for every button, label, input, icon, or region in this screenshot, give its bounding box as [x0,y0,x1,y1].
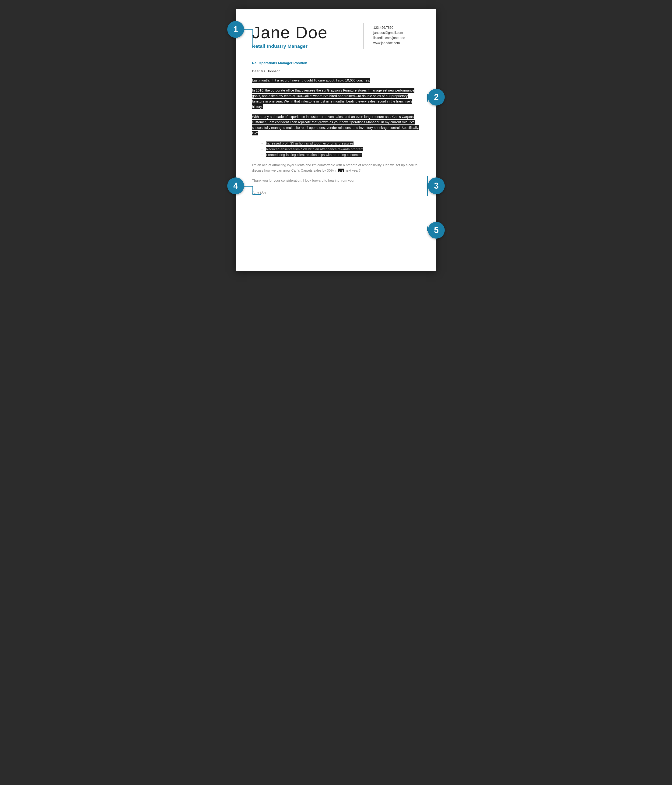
bullet-3-text: Formed long-lasting client relationships… [266,153,362,157]
bullet-1-text: Increased profit $5 million amid tough e… [266,141,354,145]
email: janedoc@gmail.com [373,31,420,34]
bullet-item-1: Increased profit $5 million amid tough e… [261,141,420,146]
annotation-circle-2: 2 [428,89,445,106]
paragraph-1-highlighted: Last month, I hit a record I never thoug… [252,78,370,83]
paragraph-2-highlighted: In 2016, the corporate office that overs… [252,88,415,109]
contact-info: 123.456.7890 janedoc@gmail.com linkedin.… [373,23,420,45]
annotation-4-bracket-v [253,186,253,194]
paragraph-4: I'm an ace at attracting loyal clients a… [252,163,420,173]
applicant-name: Jane Doe [252,23,354,42]
letter-body: Re: Operations Manager Position Dear Ms.… [252,61,420,194]
paragraph-1: Last month, I hit a record I never thoug… [252,78,420,83]
word-highlight: the [338,169,344,172]
resume-document: Jane Doe Retail Industry Manager 123.456… [235,9,437,271]
document-header: Jane Doe Retail Industry Manager 123.456… [252,23,420,49]
annotation-1-line [244,30,253,30]
signature: Jane Doe [252,190,420,194]
thank-you: Thank you for your consideration. I look… [252,178,420,183]
paragraph-3: With nearly a decade of experience in cu… [252,114,420,136]
website: www.janedoe.com [373,41,420,45]
paragraph-3-highlighted: With nearly a decade of experience in cu… [252,114,419,135]
salutation: Dear Ms. Johnson, [252,69,420,73]
annotation-4-bracket-h [253,194,261,195]
annotation-circle-3: 3 [428,177,445,194]
annotation-3-bracket-bot [427,186,428,196]
phone: 123.456.7890 [373,26,420,30]
re-line: Re: Operations Manager Position [252,61,420,65]
bullet-2-text: Reduced absenteeism 47% with an attendan… [266,147,363,151]
bullet-item-3: Formed long-lasting client relationships… [261,152,420,158]
annotation-circle-4: 4 [227,177,244,194]
job-title: Retail Industry Manager [252,44,354,49]
linkedin: linkedin.com/jane-doe [373,36,420,40]
header-left: Jane Doe Retail Industry Manager [252,23,364,49]
annotation-1-bracket-h [253,46,259,47]
annotation-4-line [244,186,253,186]
annotation-circle-1: 1 [227,21,244,38]
bullet-list: Increased profit $5 million amid tough e… [261,141,420,158]
paragraph-2: In 2016, the corporate office that overs… [252,88,420,109]
annotation-circle-5: 5 [428,222,445,239]
page-wrapper: Jane Doe Retail Industry Manager 123.456… [235,9,437,271]
annotation-1-bracket-v [253,30,253,46]
bullet-item-2: Reduced absenteeism 47% with an attendan… [261,146,420,152]
